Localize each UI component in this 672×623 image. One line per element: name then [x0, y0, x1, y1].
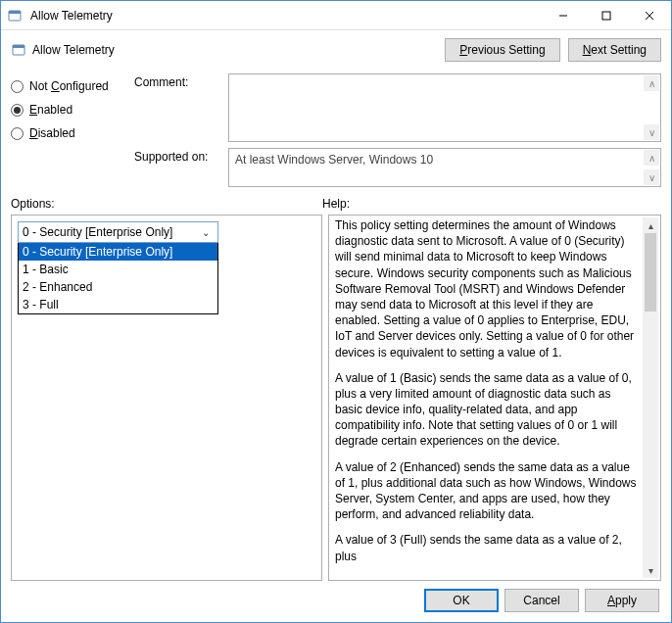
scrollbar[interactable]: ▴ ▾ [643, 217, 658, 578]
radio-disabled[interactable]: Disabled [11, 126, 126, 140]
svg-rect-1 [9, 11, 21, 14]
radio-label: Enabled [29, 103, 72, 117]
radio-icon [11, 127, 24, 140]
app-icon [7, 8, 23, 24]
radio-enabled[interactable]: Enabled [11, 103, 126, 117]
scroll-up-icon[interactable]: ▴ [643, 217, 658, 233]
scroll-down-icon[interactable]: ∨ [644, 124, 659, 140]
cancel-button[interactable]: Cancel [504, 589, 579, 612]
scroll-up-icon[interactable]: ∧ [644, 150, 659, 166]
chevron-down-icon: ⌄ [198, 227, 214, 238]
help-label: Help: [322, 197, 661, 211]
policy-icon [11, 42, 26, 58]
comment-textarea[interactable]: ∧ ∨ [228, 73, 661, 142]
svg-rect-3 [602, 12, 610, 20]
scroll-thumb[interactable] [645, 233, 656, 312]
select-option[interactable]: 0 - Security [Enterprise Only] [19, 243, 217, 261]
select-option[interactable]: 2 - Enhanced [19, 278, 217, 296]
page-title: Allow Telemetry [32, 43, 445, 57]
ok-button[interactable]: OK [424, 589, 499, 612]
radio-not-configured[interactable]: Not Configured [11, 79, 126, 93]
window-title: Allow Telemetry [28, 9, 542, 23]
telemetry-level-select[interactable]: 0 - Security [Enterprise Only] ⌄ 0 - Sec… [18, 221, 218, 314]
options-label: Options: [11, 197, 322, 211]
supported-on-field: At least Windows Server, Windows 10 ∧ ∨ [228, 148, 661, 187]
scroll-down-icon[interactable]: ∨ [644, 169, 659, 185]
radio-icon [11, 104, 24, 117]
close-button[interactable] [628, 1, 671, 29]
titlebar: Allow Telemetry [1, 1, 671, 30]
select-option[interactable]: 1 - Basic [19, 261, 217, 278]
next-setting-button[interactable]: Next Setting [568, 38, 661, 62]
options-pane: 0 - Security [Enterprise Only] ⌄ 0 - Sec… [11, 215, 322, 581]
radio-icon [11, 80, 24, 93]
supported-on-label: Supported on: [134, 148, 224, 164]
maximize-button[interactable] [585, 1, 628, 29]
select-option[interactable]: 3 - Full [19, 296, 217, 313]
help-text: This policy setting determines the amoun… [335, 217, 658, 578]
minimize-button[interactable] [542, 1, 585, 29]
svg-rect-7 [13, 45, 24, 48]
select-value: 0 - Security [Enterprise Only] [23, 225, 198, 239]
previous-setting-button[interactable]: Previous Setting [445, 38, 559, 62]
comment-label: Comment: [134, 73, 224, 89]
help-pane: This policy setting determines the amoun… [328, 215, 661, 581]
radio-label: Not Configured [29, 79, 109, 93]
supported-on-value: At least Windows Server, Windows 10 [235, 153, 433, 167]
scroll-down-icon[interactable]: ▾ [643, 562, 658, 578]
radio-label: Disabled [29, 126, 75, 140]
select-dropdown: 0 - Security [Enterprise Only] 1 - Basic… [18, 243, 218, 314]
scroll-up-icon[interactable]: ∧ [644, 75, 659, 91]
apply-button[interactable]: Apply [585, 589, 659, 612]
